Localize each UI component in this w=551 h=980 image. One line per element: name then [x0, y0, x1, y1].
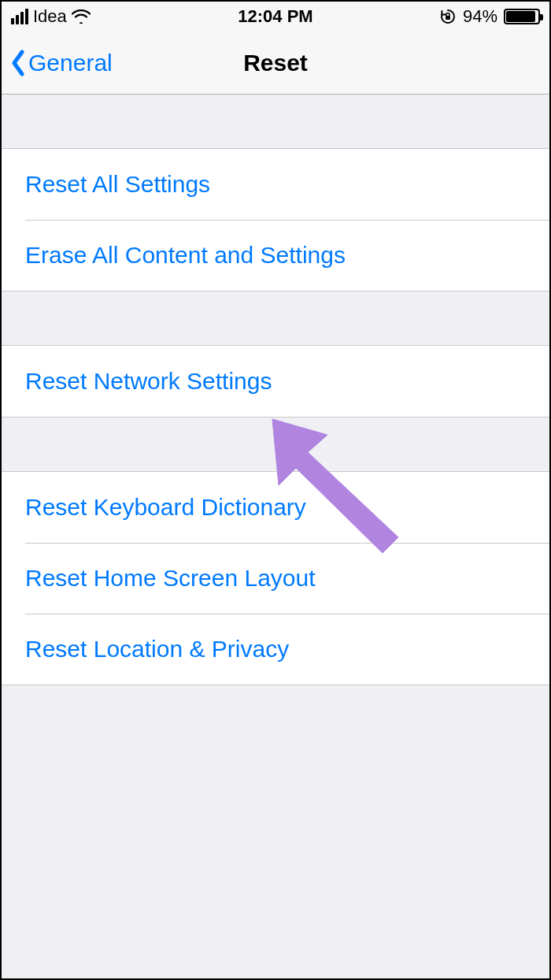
row-label: Reset Home Screen Layout [25, 565, 316, 592]
group-spacer [2, 95, 549, 148]
row-label: Reset Keyboard Dictionary [25, 494, 306, 521]
svg-rect-0 [446, 16, 450, 20]
group-spacer [2, 291, 549, 345]
row-label: Erase All Content and Settings [25, 242, 346, 269]
reset-all-settings-row[interactable]: Reset All Settings [2, 149, 549, 220]
group-spacer [2, 418, 549, 471]
reset-network-settings-row[interactable]: Reset Network Settings [2, 346, 549, 417]
status-left: Idea [11, 6, 238, 27]
nav-bar: General Reset [2, 32, 549, 95]
back-button[interactable]: General [9, 49, 113, 77]
reset-group-3: Reset Keyboard Dictionary Reset Home Scr… [2, 471, 549, 685]
row-label: Reset Location & Privacy [25, 636, 289, 663]
carrier-label: Idea [33, 6, 67, 27]
wifi-icon [72, 9, 91, 24]
reset-group-2: Reset Network Settings [2, 345, 549, 418]
row-label: Reset All Settings [25, 171, 210, 198]
reset-keyboard-dictionary-row[interactable]: Reset Keyboard Dictionary [2, 472, 549, 543]
reset-location-privacy-row[interactable]: Reset Location & Privacy [2, 614, 549, 685]
battery-icon [504, 9, 540, 24]
erase-all-content-row[interactable]: Erase All Content and Settings [2, 220, 549, 291]
reset-home-screen-layout-row[interactable]: Reset Home Screen Layout [2, 543, 549, 614]
chevron-left-icon [9, 49, 27, 77]
battery-percentage: 94% [463, 6, 497, 27]
status-right: 94% [313, 6, 540, 27]
status-bar: Idea 12:04 PM 94% [2, 2, 549, 32]
status-time: 12:04 PM [238, 6, 312, 27]
row-label: Reset Network Settings [25, 368, 272, 395]
back-label: General [28, 50, 113, 76]
orientation-lock-icon [439, 8, 457, 25]
reset-group-1: Reset All Settings Erase All Content and… [2, 148, 549, 291]
cellular-signal-icon [11, 9, 28, 24]
